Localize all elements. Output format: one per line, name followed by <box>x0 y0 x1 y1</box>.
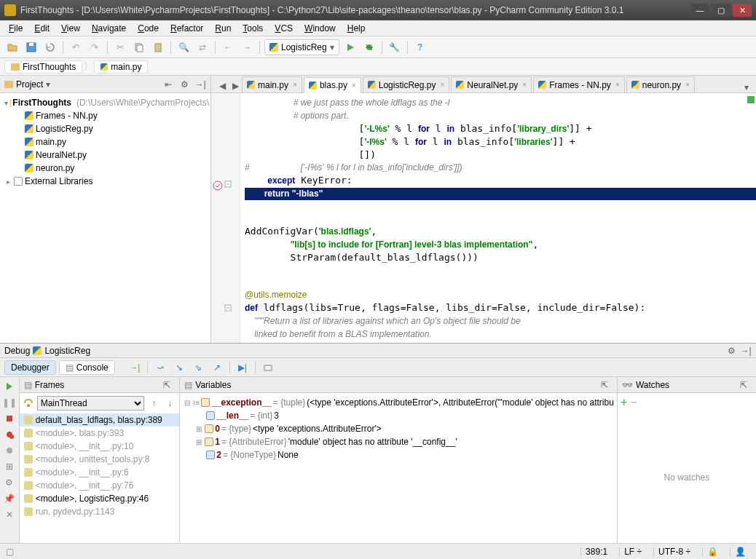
tab-nav-left-icon[interactable]: ◀ <box>216 79 229 92</box>
resume-icon[interactable] <box>3 380 16 393</box>
analysis-marker-icon[interactable] <box>747 96 755 103</box>
frame-up-icon[interactable]: ↑ <box>147 397 160 410</box>
find-icon[interactable]: 🔍 <box>176 39 192 55</box>
menu-vcs[interactable]: VCS <box>269 22 299 35</box>
gear-icon[interactable]: ⚙ <box>725 345 737 357</box>
inspector-icon[interactable]: 👤 <box>730 547 750 557</box>
forward-icon[interactable]: → <box>239 39 255 55</box>
breadcrumb-project[interactable]: FirstThoughts <box>4 60 82 74</box>
step-over-icon[interactable]: ⤻ <box>152 360 168 376</box>
menu-view[interactable]: View <box>55 22 86 35</box>
collapse-icon[interactable]: ⇤ <box>162 79 174 90</box>
menu-navigate[interactable]: Navigate <box>86 22 132 35</box>
close-tab-icon[interactable]: × <box>352 82 356 90</box>
menu-help[interactable]: Help <box>342 22 371 35</box>
undo-icon[interactable]: ↶ <box>68 39 84 55</box>
code-editor[interactable]: # we just pass the whole ldflags as the … <box>211 93 756 343</box>
pin-icon[interactable]: 📌 <box>3 492 16 505</box>
close-icon[interactable]: ✕ <box>3 508 16 521</box>
redo-icon[interactable]: ↷ <box>87 39 103 55</box>
view-breakpoints-icon[interactable] <box>3 428 16 441</box>
cut-icon[interactable]: ✂ <box>112 39 128 55</box>
menu-edit[interactable]: Edit <box>28 22 55 35</box>
run-config-selector[interactable]: LogisticReg ▾ <box>264 39 339 55</box>
close-tab-icon[interactable]: × <box>293 81 297 89</box>
breadcrumb-file[interactable]: main.py <box>94 60 148 74</box>
var-row[interactable]: ⊟⁞≡ __exception__ = {tuple} (<type 'exce… <box>183 396 614 409</box>
var-row[interactable]: 2 = {NoneType} None <box>183 448 614 461</box>
step-into-mycode-icon[interactable]: ⇘ <box>190 360 206 376</box>
frame-row[interactable]: default_blas_ldflags, blas.py:389 <box>20 413 180 427</box>
menu-code[interactable]: Code <box>132 22 165 35</box>
var-row[interactable]: __len__ = {int} 3 <box>183 409 614 422</box>
editor-tab[interactable]: blas.py× <box>304 77 361 93</box>
minimize-button[interactable]: — <box>690 4 709 17</box>
run-icon[interactable] <box>342 39 358 55</box>
frame-list[interactable]: default_blas_ldflags, blas.py:389 <modul… <box>20 413 180 543</box>
evaluate-icon[interactable] <box>260 360 276 376</box>
debug-icon[interactable] <box>361 39 377 55</box>
thread-selector[interactable]: MainThread <box>37 396 145 411</box>
tree-file[interactable]: neuron.py <box>1 162 209 175</box>
copy-icon[interactable] <box>131 39 147 55</box>
help-icon[interactable]: ? <box>412 39 428 55</box>
editor-tab[interactable]: neuron.py× <box>626 76 695 92</box>
console-tab[interactable]: ▤Console <box>59 360 115 375</box>
editor-gutter[interactable] <box>211 93 240 343</box>
frame-row[interactable]: <module>, __init__.py:10 <box>20 440 180 453</box>
frame-row[interactable]: <module>, __init__.py:76 <box>20 479 180 492</box>
pause-icon[interactable]: ❚❚ <box>3 396 16 409</box>
menu-refactor[interactable]: Refactor <box>165 22 209 35</box>
project-tree[interactable]: ▾ FirstThoughts (D:\Users\White\PycharmP… <box>0 93 210 343</box>
tree-file[interactable]: main.py <box>1 135 209 148</box>
fold-icon[interactable] <box>224 181 235 191</box>
hide-icon[interactable]: →| <box>194 79 206 90</box>
menu-file[interactable]: File <box>3 22 28 35</box>
expand-icon[interactable]: ⊞ <box>194 438 203 446</box>
editor-tab[interactable]: main.py× <box>242 76 302 92</box>
tree-external-libs[interactable]: ▸ External Libraries <box>1 175 209 188</box>
replace-icon[interactable]: ⇄ <box>194 39 210 55</box>
frame-row[interactable]: run, pydevd.py:1143 <box>20 505 180 518</box>
settings-icon[interactable]: 🔧 <box>387 39 403 55</box>
editor-tab[interactable]: NeuralNet.py× <box>451 76 532 92</box>
menu-tools[interactable]: Tools <box>237 22 269 35</box>
restore-layout-icon[interactable]: ⊞ <box>3 460 16 473</box>
settings-icon[interactable]: ⚙ <box>3 476 16 489</box>
frame-row[interactable]: <module>, LogisticReg.py:46 <box>20 492 180 505</box>
tree-file[interactable]: Frames - NN.py <box>1 109 209 122</box>
frame-row[interactable]: <module>, __init__.py:6 <box>20 466 180 479</box>
restore-icon[interactable]: ⇱ <box>740 380 752 390</box>
editor-tab[interactable]: Frames - NN.py× <box>533 76 625 92</box>
hide-icon[interactable]: →| <box>740 345 752 357</box>
variables-list[interactable]: ⊟⁞≡ __exception__ = {tuple} (<type 'exce… <box>180 393 617 543</box>
restore-icon[interactable]: ⇱ <box>163 380 175 390</box>
close-tab-icon[interactable]: × <box>685 81 690 89</box>
code-content[interactable]: # we just pass the whole ldflags as the … <box>240 93 756 343</box>
close-tab-icon[interactable]: × <box>615 81 620 89</box>
tab-nav-right-icon[interactable]: ▶ <box>229 79 242 92</box>
close-tab-icon[interactable]: × <box>440 81 444 89</box>
file-encoding[interactable]: UTF-8 ÷ <box>653 547 695 557</box>
save-icon[interactable] <box>23 39 39 55</box>
step-out-icon[interactable]: ↗ <box>209 360 225 376</box>
close-tab-icon[interactable]: × <box>522 81 527 89</box>
sync-icon[interactable] <box>42 39 58 55</box>
tree-project-root[interactable]: ▾ FirstThoughts (D:\Users\White\PycharmP… <box>1 96 209 109</box>
step-into-icon[interactable]: ↘ <box>171 360 187 376</box>
close-button[interactable]: ✕ <box>733 4 752 17</box>
editor-tab[interactable]: LogisticReg.py× <box>363 76 450 92</box>
add-watch-icon[interactable]: + <box>621 396 627 409</box>
paste-icon[interactable] <box>150 39 166 55</box>
gear-icon[interactable]: ⚙ <box>178 79 190 90</box>
tree-file[interactable]: NeuralNet.py <box>1 148 209 162</box>
back-icon[interactable]: ← <box>220 39 236 55</box>
maximize-button[interactable]: ▢ <box>712 4 731 17</box>
restore-icon[interactable]: ⇱ <box>601 380 613 390</box>
readonly-lock-icon[interactable]: 🔒 <box>702 547 722 557</box>
line-ending[interactable]: LF ÷ <box>619 547 646 557</box>
remove-watch-icon[interactable]: − <box>630 396 637 409</box>
run-to-cursor-icon[interactable]: ▶| <box>235 360 251 376</box>
var-row[interactable]: ⊞ 0 = {type} <type 'exceptions.Attribute… <box>183 422 614 435</box>
stop-icon[interactable] <box>3 412 16 425</box>
